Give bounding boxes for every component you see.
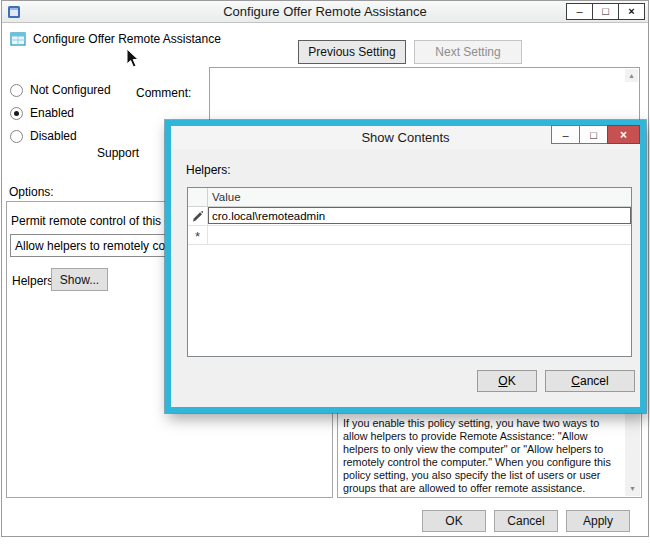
dialog-cancel-button[interactable]: Cancel xyxy=(545,370,635,392)
minimize-icon[interactable]: – xyxy=(566,3,593,20)
maximize-icon[interactable]: □ xyxy=(592,3,619,20)
radio-circle-disabled[interactable] xyxy=(10,130,23,143)
radio-circle-enabled[interactable] xyxy=(10,107,23,120)
radio-label-enabled: Enabled xyxy=(30,106,74,120)
value-cell-editing[interactable]: cro.local\remoteadmin xyxy=(208,207,631,224)
show-button[interactable]: Show... xyxy=(51,268,108,291)
helpers-label: Helpers: xyxy=(12,274,57,288)
show-contents-body: Helpers: Value cro.local\remoteadmin * xyxy=(171,149,640,407)
next-setting-button[interactable]: Next Setting xyxy=(414,40,522,64)
table-row[interactable]: cro.local\remoteadmin xyxy=(188,207,631,226)
ok-button[interactable]: OK xyxy=(422,510,486,532)
pencil-icon xyxy=(192,210,203,222)
apply-button[interactable]: Apply xyxy=(566,510,630,532)
dialog-ok-button[interactable]: OK xyxy=(477,370,537,392)
dialog-ok-label: OK xyxy=(498,374,515,388)
value-cell-empty[interactable] xyxy=(208,226,631,244)
dialog-close-icon[interactable]: × xyxy=(607,125,640,144)
main-titlebar[interactable]: Configure Offer Remote Assistance – □ × xyxy=(2,1,648,23)
radio-label-disabled: Disabled xyxy=(30,129,77,143)
scroll-up-glyph: ▴ xyxy=(629,71,633,80)
app-icon xyxy=(7,5,21,19)
policy-help-text: If you enable this policy setting, you h… xyxy=(343,417,621,495)
show-button-label: Show... xyxy=(60,273,99,287)
value-column-header: Value xyxy=(208,188,631,206)
window-title: Configure Offer Remote Assistance xyxy=(223,4,427,19)
mouse-cursor-icon xyxy=(126,48,140,69)
options-label: Options: xyxy=(9,185,54,199)
close-glyph: × xyxy=(628,6,634,17)
next-setting-label: Next Setting xyxy=(435,45,500,59)
radio-label-not-configured: Not Configured xyxy=(30,83,111,97)
close-icon[interactable]: × xyxy=(618,3,645,20)
row-marker-cell: * xyxy=(188,226,208,244)
apply-label: Apply xyxy=(583,514,613,528)
minimize-glyph: – xyxy=(576,6,582,17)
radio-not-configured[interactable]: Not Configured xyxy=(10,83,111,97)
cancel-button[interactable]: Cancel xyxy=(494,510,558,532)
maximize-glyph: □ xyxy=(602,6,609,17)
show-contents-window-controls: – □ × xyxy=(552,125,640,144)
previous-setting-label: Previous Setting xyxy=(308,45,395,59)
cancel-label: Cancel xyxy=(507,514,544,528)
row-marker-header-cell xyxy=(188,188,208,206)
supported-on-label: Support xyxy=(97,146,139,160)
close-glyph: × xyxy=(620,128,627,142)
comment-scroll-up-icon[interactable]: ▴ xyxy=(625,69,638,82)
dialog-maximize-icon[interactable]: □ xyxy=(579,125,608,144)
row-marker-cell xyxy=(188,207,208,225)
maximize-glyph: □ xyxy=(590,129,597,141)
ok-label: OK xyxy=(445,514,462,528)
radio-circle-not-configured[interactable] xyxy=(10,84,23,97)
dialog-minimize-icon[interactable]: – xyxy=(551,125,580,144)
show-contents-dialog: Show Contents – □ × Helpers: Value cro.l… xyxy=(165,120,646,413)
minimize-glyph: – xyxy=(562,129,568,141)
policy-setting-icon xyxy=(10,31,26,47)
window-controls: – □ × xyxy=(567,3,645,20)
comment-label: Comment: xyxy=(136,86,191,100)
policy-header: Configure Offer Remote Assistance xyxy=(10,31,221,47)
table-header-row: Value xyxy=(188,188,631,207)
table-row[interactable]: * xyxy=(188,226,631,245)
show-contents-title: Show Contents xyxy=(361,130,449,145)
new-row-asterisk-icon: * xyxy=(195,230,200,243)
scroll-down-icon[interactable]: ▾ xyxy=(625,481,640,496)
radio-enabled[interactable]: Enabled xyxy=(10,106,74,120)
dialog-helpers-label: Helpers: xyxy=(186,163,231,177)
show-contents-titlebar[interactable]: Show Contents – □ × xyxy=(171,126,640,149)
radio-disabled[interactable]: Disabled xyxy=(10,129,77,143)
policy-name: Configure Offer Remote Assistance xyxy=(33,32,221,46)
scroll-down-glyph: ▾ xyxy=(630,484,634,493)
previous-setting-button[interactable]: Previous Setting xyxy=(298,40,406,64)
helpers-value-table: Value cro.local\remoteadmin * xyxy=(187,187,632,357)
dialog-cancel-label: Cancel xyxy=(571,374,608,388)
